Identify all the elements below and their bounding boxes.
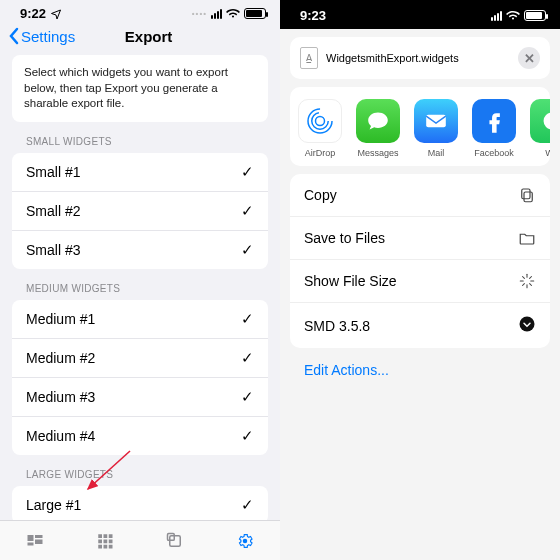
export-settings-screen: 9:22 •••• Settings Export Select which w… <box>0 0 280 560</box>
sparkle-icon <box>518 272 536 290</box>
copy-icon <box>518 186 536 204</box>
share-app-facebook[interactable]: Facebook <box>470 99 518 158</box>
svg-rect-10 <box>98 544 102 548</box>
checkmark-icon: ✓ <box>241 202 254 220</box>
svg-rect-7 <box>98 539 102 543</box>
svg-rect-11 <box>104 544 108 548</box>
svg-rect-0 <box>28 535 34 541</box>
close-button[interactable]: ✕ <box>518 47 540 69</box>
list-item[interactable]: Medium #3✓ <box>12 377 268 416</box>
list-item[interactable]: Small #2✓ <box>12 191 268 230</box>
dots-indicator: •••• <box>192 9 207 18</box>
list-item[interactable]: Medium #2✓ <box>12 338 268 377</box>
list-item[interactable]: Small #3✓ <box>12 230 268 269</box>
list-item[interactable]: Medium #4✓ <box>12 416 268 455</box>
section-header-medium: MEDIUM WIDGETS <box>26 283 264 294</box>
svg-rect-21 <box>524 192 532 202</box>
tab-grid-icon[interactable] <box>95 532 115 550</box>
status-time: 9:23 <box>300 8 326 23</box>
action-save-to-files[interactable]: Save to Files <box>290 216 550 259</box>
checkmark-icon: ✓ <box>241 310 254 328</box>
medium-widgets-group: Medium #1✓ Medium #2✓ Medium #3✓ Medium … <box>12 300 268 455</box>
svg-rect-19 <box>426 115 446 128</box>
svg-point-16 <box>316 117 325 126</box>
wifi-icon <box>226 8 240 20</box>
airdrop-icon <box>305 106 335 136</box>
folder-icon <box>518 229 536 247</box>
svg-point-31 <box>520 317 535 332</box>
share-app-whatsapp[interactable]: Wh <box>528 99 550 158</box>
action-show-file-size[interactable]: Show File Size <box>290 259 550 302</box>
svg-line-27 <box>523 277 525 279</box>
checkmark-icon: ✓ <box>241 241 254 259</box>
edit-actions-button[interactable]: Edit Actions... <box>280 348 560 392</box>
checkmark-icon: ✓ <box>241 349 254 367</box>
svg-rect-2 <box>35 539 43 544</box>
battery-icon <box>524 10 546 21</box>
nav-bar: Settings Export <box>0 23 280 55</box>
share-actions-list: Copy Save to Files Show File Size SMD 3.… <box>290 174 550 348</box>
checkmark-icon: ✓ <box>241 388 254 406</box>
action-copy[interactable]: Copy <box>290 174 550 216</box>
battery-icon <box>244 8 266 19</box>
svg-rect-12 <box>109 544 113 548</box>
svg-rect-22 <box>522 189 530 199</box>
svg-rect-3 <box>28 542 34 545</box>
action-smd[interactable]: SMD 3.5.8 <box>290 302 550 348</box>
svg-point-20 <box>544 113 550 130</box>
share-filename: WidgetsmithExport.widgets <box>326 52 459 64</box>
svg-rect-1 <box>35 535 43 538</box>
share-app-mail[interactable]: Mail <box>412 99 460 158</box>
list-item[interactable]: Large #1✓ <box>12 486 268 524</box>
svg-rect-14 <box>168 533 175 540</box>
cellular-icon <box>211 9 222 19</box>
cellular-icon <box>491 11 502 21</box>
messages-icon <box>364 107 392 135</box>
share-app-messages[interactable]: Messages <box>354 99 402 158</box>
checkmark-icon: ✓ <box>241 496 254 514</box>
status-bar: 9:22 •••• <box>0 0 280 23</box>
page-title: Export <box>27 28 270 45</box>
share-app-airdrop[interactable]: AirDrop <box>296 99 344 158</box>
document-icon: A̲ <box>300 47 318 69</box>
status-time: 9:22 <box>20 6 46 21</box>
svg-rect-6 <box>109 534 113 538</box>
large-widgets-group: Large #1✓ <box>12 486 268 524</box>
chevron-down-circle-icon <box>518 315 536 336</box>
wifi-icon <box>506 10 520 22</box>
tab-tools-icon[interactable] <box>165 532 185 550</box>
tab-settings-icon[interactable] <box>235 532 255 550</box>
mail-icon <box>422 107 450 135</box>
status-bar: 9:23 <box>280 0 560 29</box>
whatsapp-icon <box>539 108 550 134</box>
checkmark-icon: ✓ <box>241 163 254 181</box>
svg-rect-4 <box>98 534 102 538</box>
section-header-large: LARGE WIDGETS <box>26 469 264 480</box>
share-apps-row[interactable]: AirDrop Messages Mail Facebook Wh <box>290 87 550 166</box>
svg-rect-9 <box>109 539 113 543</box>
share-header: A̲ WidgetsmithExport.widgets ✕ <box>290 37 550 79</box>
list-item[interactable]: Small #1✓ <box>12 153 268 191</box>
list-item[interactable]: Medium #1✓ <box>12 300 268 338</box>
tab-bar <box>0 520 280 560</box>
tab-widgets-icon[interactable] <box>25 532 45 550</box>
intro-text: Select which widgets you want to export … <box>12 55 268 122</box>
svg-point-15 <box>243 538 248 543</box>
svg-line-28 <box>530 284 532 286</box>
svg-line-30 <box>530 277 532 279</box>
svg-rect-5 <box>104 534 108 538</box>
facebook-icon <box>481 108 507 134</box>
location-icon <box>50 8 62 20</box>
chevron-left-icon <box>8 27 19 45</box>
small-widgets-group: Small #1✓ Small #2✓ Small #3✓ <box>12 153 268 269</box>
checkmark-icon: ✓ <box>241 427 254 445</box>
svg-rect-8 <box>104 539 108 543</box>
section-header-small: SMALL WIDGETS <box>26 136 264 147</box>
svg-line-29 <box>523 284 525 286</box>
svg-point-17 <box>312 113 329 130</box>
share-sheet-screen: 9:23 A̲ WidgetsmithExport.widgets ✕ AirD… <box>280 0 560 560</box>
